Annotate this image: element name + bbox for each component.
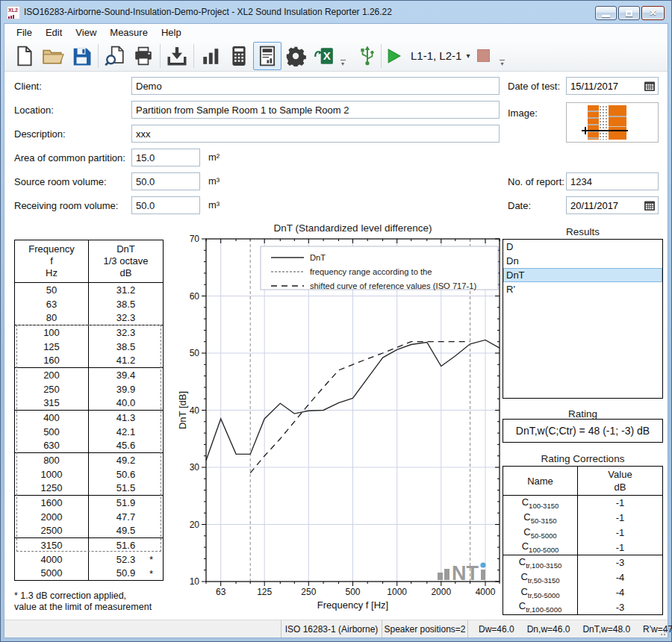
date-of-test-input[interactable] xyxy=(567,81,641,92)
excel-export-icon: X xyxy=(314,46,335,66)
svg-text:NT: NT xyxy=(452,562,479,585)
play-measurement-button[interactable] xyxy=(384,42,405,70)
import-download-icon xyxy=(167,46,187,66)
calculator-icon xyxy=(230,46,248,66)
report-icon xyxy=(258,46,277,66)
client-label: Client: xyxy=(14,81,42,92)
freq-table-row: 20039.4 xyxy=(15,368,164,382)
freq-table-row: 8032.3 xyxy=(15,311,164,325)
settings-button[interactable] xyxy=(281,42,310,70)
report-button[interactable] xyxy=(253,42,281,70)
freq-table-row: 250049.5 xyxy=(15,524,164,538)
receiving-volume-label: Receiving room volume: xyxy=(14,200,118,211)
new-document-button[interactable] xyxy=(10,42,39,70)
svg-text:4000: 4000 xyxy=(476,587,496,597)
restore-button[interactable] xyxy=(618,6,640,20)
calculator-button[interactable] xyxy=(225,42,253,70)
toolbar-separator xyxy=(381,44,382,68)
results-item-dnt[interactable]: DnT xyxy=(503,268,662,282)
correction-star: * xyxy=(149,568,153,579)
print-preview-button[interactable] xyxy=(101,42,129,70)
toolbar-overflow-button[interactable]: ▾ xyxy=(338,43,347,69)
calendar-icon xyxy=(644,200,656,211)
close-button[interactable]: ✕ xyxy=(641,6,665,20)
correction-row: Ctr,50-5000-4 xyxy=(503,585,663,600)
app-icon: XL2 xyxy=(7,6,20,19)
usb-connect-button[interactable] xyxy=(356,42,379,70)
svg-text:30: 30 xyxy=(190,462,200,473)
results-item-d[interactable]: D xyxy=(503,240,662,254)
toolbar-separator xyxy=(98,44,99,68)
results-item-dn[interactable]: Dn xyxy=(503,254,662,268)
location-input[interactable] xyxy=(131,101,500,119)
date-input[interactable] xyxy=(567,200,641,211)
no-of-report-input[interactable] xyxy=(566,172,659,190)
print-button[interactable] xyxy=(129,42,158,70)
status-metric: Dw=46.0 xyxy=(479,624,514,635)
levels-chart-icon xyxy=(201,46,220,66)
area-label: Area of common partition: xyxy=(14,152,125,163)
freq-table-row: 16041.2 xyxy=(15,354,164,368)
location-label: Location: xyxy=(14,105,54,116)
menu-item-file[interactable]: File xyxy=(10,25,39,40)
corrections-header-value: ValuedB xyxy=(578,467,663,496)
calendar-icon xyxy=(644,81,656,92)
menu-item-measure[interactable]: Measure xyxy=(103,25,155,40)
no-of-report-label: No. of report: xyxy=(508,176,564,187)
svg-text:500: 500 xyxy=(345,587,360,597)
menu-item-view[interactable]: View xyxy=(69,25,103,40)
stop-square-icon[interactable] xyxy=(477,49,490,62)
open-folder-icon xyxy=(42,46,64,66)
freq-table-header-frequency: FrequencyfHz xyxy=(15,240,89,283)
toolbar-overflow-button-2[interactable]: ▾ xyxy=(497,43,506,69)
excel-export-button[interactable]: X xyxy=(310,42,338,70)
results-item-r[interactable]: R' xyxy=(503,282,662,296)
svg-text:10: 10 xyxy=(190,576,200,587)
measurement-dropdown-caret[interactable]: ▾ xyxy=(466,52,470,60)
date-of-test-calendar-button[interactable] xyxy=(641,78,658,94)
area-input[interactable] xyxy=(131,149,200,166)
toolbar-separator xyxy=(193,44,194,68)
levels-button[interactable] xyxy=(196,42,225,70)
rating-corrections-table: Name ValuedB C100-3150-1C50-3150-1C50-50… xyxy=(503,466,663,615)
status-bar: ISO 16283-1 (Airborne) Speaker positions… xyxy=(4,620,668,638)
menu-item-help[interactable]: Help xyxy=(155,25,188,40)
import-measurements-button[interactable] xyxy=(163,42,191,70)
freq-table-row: 25039.9 xyxy=(15,382,164,396)
date-calendar-button[interactable] xyxy=(641,197,658,214)
rating-corrections-title: Rating Corrections xyxy=(503,453,663,464)
menu-item-edit[interactable]: Edit xyxy=(39,25,69,40)
freq-table-header-dnt: DnT1/3 octavedB xyxy=(89,240,164,283)
description-label: Description: xyxy=(14,128,66,140)
freq-table-body: 5031.26338.58032.310032.312538.516041.22… xyxy=(15,283,164,581)
status-speaker-positions: Speaker positions=2 xyxy=(382,620,467,638)
close-icon: ✕ xyxy=(642,7,664,18)
play-icon xyxy=(387,49,402,63)
menu-bar: FileEditViewMeasureHelp xyxy=(4,24,668,40)
svg-text:20: 20 xyxy=(190,520,200,530)
freq-table-row: 31540.0 xyxy=(15,396,164,411)
correction-row: C50-3150-1 xyxy=(503,511,663,526)
save-button[interactable] xyxy=(67,42,96,70)
partition-wall-left xyxy=(588,105,599,140)
open-project-button[interactable] xyxy=(39,42,67,70)
description-input[interactable] xyxy=(131,125,500,143)
svg-text:250: 250 xyxy=(301,587,316,597)
print-preview-icon xyxy=(105,46,125,66)
freq-table-row: 80049.2 xyxy=(15,453,164,467)
client-input[interactable] xyxy=(131,77,500,95)
svg-text:63: 63 xyxy=(216,587,226,597)
print-icon xyxy=(133,46,154,66)
freq-table-row: 160051.9 xyxy=(15,496,164,510)
minimize-button[interactable] xyxy=(595,6,617,20)
freq-table-row: 40041.3 xyxy=(15,411,164,425)
svg-text:50: 50 xyxy=(190,348,200,358)
window-title: ISO16283-Airborne-Sound-Insulation-Demo-… xyxy=(24,7,392,17)
svg-text:X: X xyxy=(323,49,331,62)
measurement-selector-label[interactable]: L1-1, L2-1 xyxy=(411,49,461,62)
freq-table-row: 100050.6 xyxy=(15,467,164,482)
receiving-volume-input[interactable] xyxy=(131,196,200,214)
source-volume-input[interactable] xyxy=(131,172,200,190)
title-bar: XL2 ISO16283-Airborne-Sound-Insulation-D… xyxy=(1,1,671,23)
date-of-test-field xyxy=(566,77,659,95)
